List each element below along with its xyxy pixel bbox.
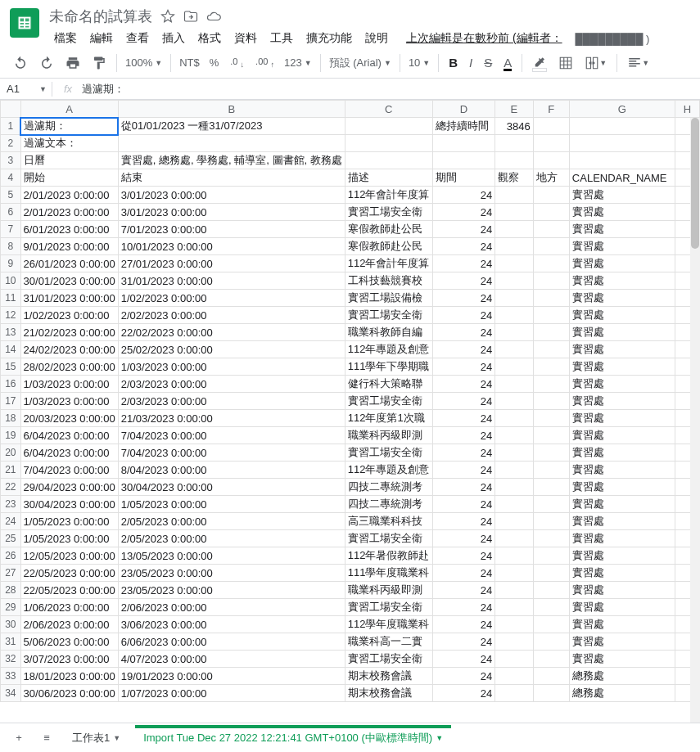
cell[interactable]: 實習工場安全衛 <box>345 204 432 221</box>
cell[interactable] <box>533 462 569 479</box>
row-header[interactable]: 23 <box>1 496 21 513</box>
cell[interactable]: 實習處 <box>569 513 675 530</box>
align-button[interactable]: ▼ <box>622 52 654 74</box>
cell[interactable]: 25/02/2023 0:00:00 <box>118 341 345 358</box>
menu-data[interactable]: 資料 <box>229 29 262 47</box>
row-header[interactable]: 6 <box>1 204 21 221</box>
cell[interactable]: 實習處 <box>569 547 675 565</box>
cell[interactable]: 實習處 <box>569 530 675 547</box>
row-header[interactable]: 20 <box>1 444 21 462</box>
cell[interactable]: 12/05/2023 0:00:00 <box>20 547 118 565</box>
cell[interactable]: 職業科教師自編 <box>345 324 432 341</box>
cell[interactable] <box>533 651 569 668</box>
cell[interactable] <box>533 187 569 204</box>
percent-button[interactable]: % <box>205 53 224 72</box>
menu-insert[interactable]: 插入 <box>157 29 190 47</box>
cell[interactable]: 24 <box>432 204 495 221</box>
star-icon[interactable] <box>160 9 175 24</box>
cell[interactable]: 實習工場安全衛 <box>345 651 432 668</box>
cell[interactable]: 24 <box>432 462 495 479</box>
cell[interactable]: 實習處 <box>569 651 675 668</box>
cell[interactable]: 實習處 <box>569 462 675 479</box>
zoom-select[interactable]: 100%▼ <box>122 55 165 70</box>
cell[interactable]: 3/01/2023 0:00:00 <box>118 187 345 204</box>
cell[interactable]: 1/03/2023 0:00:00 <box>20 376 118 393</box>
paint-format-button[interactable] <box>87 52 111 74</box>
cell[interactable]: 實習處 <box>569 255 675 272</box>
cell[interactable]: 實習處 <box>569 324 675 341</box>
cell[interactable] <box>495 272 534 290</box>
cell[interactable]: 24 <box>432 427 495 444</box>
row-header[interactable]: 11 <box>1 290 21 307</box>
cell[interactable]: 9/01/2023 0:00:00 <box>20 238 118 255</box>
row-header[interactable]: 21 <box>1 462 21 479</box>
cell[interactable] <box>533 565 569 582</box>
formula-input[interactable]: 過濾期： <box>79 82 700 97</box>
cell[interactable]: 工科技藝競賽校 <box>345 272 432 290</box>
cell[interactable]: 1/05/2023 0:00:00 <box>20 530 118 547</box>
cell[interactable]: 112年會計年度算 <box>345 255 432 272</box>
cell[interactable]: 10/01/2023 0:00:00 <box>118 238 345 255</box>
sheets-logo[interactable] <box>10 8 39 38</box>
cell[interactable] <box>533 547 569 565</box>
cell[interactable]: 職業科高一二實 <box>345 633 432 651</box>
col-header-f[interactable]: F <box>533 101 569 118</box>
row-header[interactable]: 30 <box>1 616 21 633</box>
cell[interactable] <box>495 565 534 582</box>
cell[interactable] <box>118 135 345 152</box>
cell[interactable]: 期間 <box>432 169 495 187</box>
menu-help[interactable]: 說明 <box>360 29 393 47</box>
cell[interactable]: 24 <box>432 324 495 341</box>
cell[interactable]: 19/01/2023 0:00:00 <box>118 668 345 685</box>
cell[interactable]: 實習處 <box>569 633 675 651</box>
cell[interactable]: 27/01/2023 0:00:00 <box>118 255 345 272</box>
cell[interactable] <box>533 307 569 324</box>
tab-sheet1[interactable]: 工作表1▼ <box>64 726 129 750</box>
bold-button[interactable]: B <box>444 52 463 73</box>
cell[interactable]: 1/02/2023 0:00:00 <box>20 307 118 324</box>
cell[interactable] <box>345 152 432 169</box>
row-header[interactable]: 5 <box>1 187 21 204</box>
name-box[interactable]: A1 <box>0 83 39 95</box>
doc-title[interactable]: 未命名的試算表 <box>49 7 152 26</box>
cell[interactable]: 112年專題及創意 <box>345 341 432 358</box>
row-header[interactable]: 32 <box>1 651 21 668</box>
row-header[interactable]: 19 <box>1 427 21 444</box>
cell[interactable]: 實習工場安全衛 <box>345 444 432 462</box>
row-header[interactable]: 10 <box>1 272 21 290</box>
col-header-a[interactable]: A <box>20 101 118 118</box>
cell[interactable]: 總務處 <box>569 668 675 685</box>
text-color-button[interactable]: A <box>499 52 517 73</box>
cell[interactable]: 2/05/2023 0:00:00 <box>118 530 345 547</box>
cell[interactable]: 112年度第1次職 <box>345 410 432 427</box>
cell[interactable] <box>533 341 569 358</box>
col-header-g[interactable]: G <box>569 101 675 118</box>
cell[interactable]: 2/03/2023 0:00:00 <box>118 376 345 393</box>
cell[interactable]: 8/04/2023 0:00:00 <box>118 462 345 479</box>
cell[interactable]: 2/01/2023 0:00:00 <box>20 187 118 204</box>
row-header[interactable]: 18 <box>1 410 21 427</box>
cell[interactable]: 30/06/2023 0:00:00 <box>20 685 118 702</box>
cell[interactable]: 3/06/2023 0:00:00 <box>118 616 345 633</box>
col-header-d[interactable]: D <box>432 101 495 118</box>
row-header[interactable]: 1 <box>1 118 21 135</box>
vertical-scrollbar[interactable] <box>690 118 700 737</box>
cell[interactable]: 實習處 <box>569 496 675 513</box>
cell[interactable]: 24 <box>432 272 495 290</box>
cell[interactable]: 2/06/2023 0:00:00 <box>118 599 345 616</box>
cell[interactable]: 實習處 <box>569 376 675 393</box>
print-button[interactable] <box>61 52 85 74</box>
cell[interactable] <box>533 152 569 169</box>
menu-edit[interactable]: 編輯 <box>85 29 118 47</box>
cell[interactable]: 24 <box>432 187 495 204</box>
cell[interactable]: 30/04/2023 0:00:00 <box>20 496 118 513</box>
cell[interactable] <box>345 135 432 152</box>
cell[interactable]: 實習處 <box>569 410 675 427</box>
cell[interactable]: 1/03/2023 0:00:00 <box>118 358 345 376</box>
cell[interactable]: 地方 <box>533 169 569 187</box>
menu-extensions[interactable]: 擴充功能 <box>301 29 357 47</box>
cell[interactable]: 21/02/2023 0:00:00 <box>20 324 118 341</box>
strike-button[interactable]: S <box>479 52 497 73</box>
cell[interactable] <box>533 272 569 290</box>
cell[interactable] <box>495 393 534 410</box>
